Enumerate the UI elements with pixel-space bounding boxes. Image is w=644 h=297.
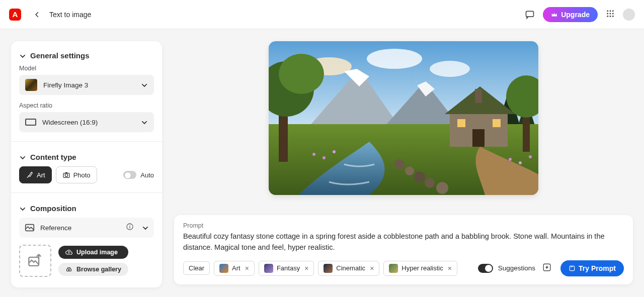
auto-toggle[interactable] <box>123 171 136 179</box>
svg-point-51 <box>519 161 522 164</box>
page-title: Text to image <box>49 11 91 19</box>
upload-image-button[interactable]: Upload image <box>58 246 128 259</box>
apps-grid-button[interactable] <box>606 9 615 20</box>
svg-point-11 <box>65 174 67 176</box>
svg-rect-35 <box>493 119 501 127</box>
tag-swatch-icon <box>264 264 273 273</box>
close-icon[interactable]: × <box>370 264 374 272</box>
browse-gallery-label: Browse gallery <box>76 266 121 273</box>
app-header: A Text to image Upgrade <box>0 0 644 29</box>
svg-point-5 <box>610 13 611 14</box>
svg-point-2 <box>610 10 611 12</box>
crown-icon <box>551 11 558 18</box>
svg-point-39 <box>414 171 425 182</box>
info-button[interactable] <box>126 223 134 233</box>
svg-rect-0 <box>526 11 534 17</box>
svg-point-17 <box>66 269 69 271</box>
clear-button[interactable]: Clear <box>183 261 210 275</box>
enhance-prompt-button[interactable] <box>542 263 551 274</box>
svg-rect-33 <box>472 129 485 147</box>
general-settings-label: General settings <box>30 51 90 60</box>
svg-point-22 <box>430 61 470 77</box>
tag-cinematic[interactable]: Cinematic × <box>318 261 379 276</box>
svg-point-47 <box>312 153 315 156</box>
upload-image-label: Upload image <box>76 249 118 256</box>
svg-point-4 <box>607 13 608 14</box>
svg-point-38 <box>405 166 414 175</box>
sparkle-box-icon <box>542 263 551 272</box>
svg-point-44 <box>279 54 324 94</box>
prompt-text[interactable]: Beautiful cozy fantasy stone cottage in … <box>183 231 624 253</box>
art-chip-label: Art <box>37 171 45 179</box>
chevron-down-icon <box>19 154 26 161</box>
svg-rect-14 <box>129 226 130 229</box>
svg-point-37 <box>394 159 405 169</box>
model-select[interactable]: Firefly Image 3 <box>19 75 154 95</box>
binoculars-icon <box>65 266 72 273</box>
chevron-down-icon <box>141 81 148 88</box>
svg-point-8 <box>610 15 611 17</box>
image-upload-icon <box>27 252 44 269</box>
tag-label: Fantasy <box>277 264 300 272</box>
brush-icon <box>26 171 34 179</box>
generate-icon <box>569 265 576 272</box>
cloud-upload-icon <box>65 249 72 256</box>
art-chip[interactable]: Art <box>19 166 52 183</box>
info-icon <box>126 223 134 231</box>
close-icon[interactable]: × <box>245 264 249 272</box>
camera-icon <box>62 171 70 179</box>
adobe-logo: A <box>9 9 21 21</box>
upgrade-label: Upgrade <box>561 11 590 19</box>
tag-swatch-icon <box>389 264 398 273</box>
svg-point-7 <box>607 15 608 17</box>
main-area: Prompt Beautiful cozy fantasy stone cott… <box>174 41 633 284</box>
svg-point-48 <box>323 156 326 159</box>
prompt-label: Prompt <box>183 222 624 229</box>
tag-label: Hyper realistic <box>401 264 443 272</box>
aspect-label: Aspect ratio <box>19 102 154 109</box>
avatar[interactable] <box>623 9 635 21</box>
aspect-select[interactable]: Widescreen (16:9) <box>19 112 154 132</box>
reference-row[interactable]: Reference <box>19 218 154 238</box>
svg-point-9 <box>612 15 614 17</box>
back-button[interactable] <box>32 10 42 20</box>
chevron-down-icon <box>142 224 149 231</box>
model-thumb-icon <box>25 79 37 91</box>
composition-header[interactable]: Composition <box>19 202 154 218</box>
content-type-label: Content type <box>30 153 76 161</box>
svg-rect-36 <box>475 89 482 103</box>
generated-image[interactable] <box>269 41 538 195</box>
suggestions-label: Suggestions <box>498 264 535 272</box>
tag-label: Cinematic <box>336 264 365 272</box>
svg-point-3 <box>612 10 614 12</box>
tag-art[interactable]: Art × <box>214 261 255 276</box>
close-icon[interactable]: × <box>448 264 452 272</box>
photo-chip[interactable]: Photo <box>56 166 97 183</box>
svg-point-49 <box>333 150 336 153</box>
chat-bubble-icon <box>525 10 535 20</box>
browse-gallery-button[interactable]: Browse gallery <box>58 263 128 276</box>
close-icon[interactable]: × <box>304 264 308 272</box>
model-value: Firefly Image 3 <box>43 81 135 89</box>
general-settings-header[interactable]: General settings <box>19 49 154 65</box>
comments-button[interactable] <box>522 7 538 23</box>
chevron-left-icon <box>34 11 41 18</box>
prompt-panel: Prompt Beautiful cozy fantasy stone cott… <box>174 215 633 284</box>
chevron-down-icon <box>19 205 26 212</box>
tag-hyper-realistic[interactable]: Hyper realistic × <box>383 261 457 276</box>
svg-rect-34 <box>457 119 465 127</box>
svg-point-40 <box>425 178 435 188</box>
try-prompt-label: Try Prompt <box>579 264 616 272</box>
upgrade-button[interactable]: Upgrade <box>543 7 598 22</box>
reference-icon <box>24 222 35 233</box>
suggestions-toggle[interactable] <box>478 264 493 273</box>
clear-label: Clear <box>189 264 204 272</box>
content-type-header[interactable]: Content type <box>19 151 154 166</box>
apps-grid-icon <box>606 9 615 18</box>
try-prompt-button[interactable]: Try Prompt <box>560 260 624 276</box>
tag-swatch-icon <box>219 264 228 273</box>
upload-dropzone[interactable] <box>19 245 51 277</box>
tag-fantasy[interactable]: Fantasy × <box>259 261 314 276</box>
tag-swatch-icon <box>324 264 333 273</box>
svg-point-41 <box>436 182 448 194</box>
